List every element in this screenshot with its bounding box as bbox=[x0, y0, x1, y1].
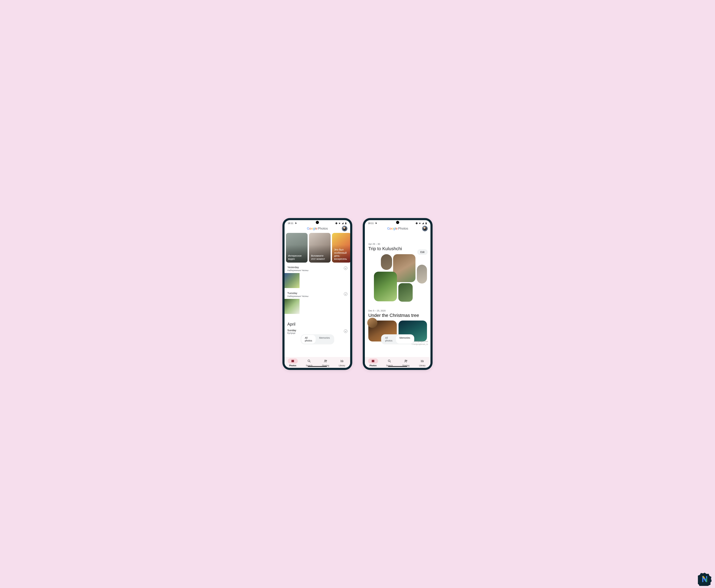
app-bar: GooglePhotos bbox=[365, 225, 430, 233]
vibrate-icon bbox=[335, 222, 338, 225]
collage-photo[interactable] bbox=[417, 265, 427, 284]
nav-search[interactable]: Search bbox=[301, 358, 317, 367]
filter-memories[interactable]: Memories bbox=[316, 335, 333, 343]
collage-photo[interactable] bbox=[381, 254, 392, 270]
section-title: Sunday bbox=[287, 329, 296, 332]
status-time: 18:11 bbox=[368, 222, 374, 225]
battery-icon bbox=[425, 222, 427, 225]
library-icon bbox=[340, 359, 344, 363]
view-filter-toggle[interactable]: All photos Memories bbox=[381, 334, 414, 344]
photo-thumbnail[interactable] bbox=[285, 299, 299, 314]
wifi-icon bbox=[338, 222, 341, 225]
search-icon bbox=[387, 359, 391, 363]
month-header: April bbox=[285, 317, 350, 329]
memory-title: Интересное видео bbox=[288, 254, 306, 260]
collage-photo[interactable] bbox=[374, 272, 397, 301]
gear-icon bbox=[375, 222, 377, 225]
app-logo: GooglePhotos bbox=[307, 227, 328, 230]
memory-date: Dec 5 – 25, 2020 bbox=[365, 309, 430, 313]
signal-icon bbox=[422, 222, 424, 225]
phone-left: 18:11 GooglePhotos bbox=[282, 218, 352, 370]
nav-sharing[interactable]: Sharing bbox=[398, 358, 414, 367]
section-title: Yesterday bbox=[287, 266, 309, 269]
section-subtitle: Кулущи bbox=[287, 332, 296, 334]
gesture-bar[interactable] bbox=[308, 366, 327, 367]
svg-point-0 bbox=[308, 360, 310, 362]
nav-photos[interactable]: Photos bbox=[365, 358, 381, 367]
wifi-icon bbox=[419, 222, 421, 225]
battery-icon bbox=[344, 222, 347, 225]
select-all-icon[interactable] bbox=[344, 292, 348, 296]
phone-right: 18:11 GooglePhotos Edit bbox=[363, 218, 433, 370]
view-filter-toggle[interactable]: All photos Memories bbox=[301, 334, 334, 344]
source-badge-icon bbox=[698, 572, 712, 586]
photo-thumbnail[interactable] bbox=[285, 273, 299, 288]
gesture-bar[interactable] bbox=[388, 366, 407, 367]
nav-sharing[interactable]: Sharing bbox=[317, 358, 334, 367]
nav-label: Photos bbox=[370, 364, 377, 367]
select-all-icon[interactable] bbox=[344, 267, 348, 270]
section-subtitle: Набережные Челны bbox=[287, 269, 309, 272]
memory-title: Вспомните этот момент bbox=[311, 254, 329, 260]
filter-all-photos[interactable]: All photos bbox=[301, 335, 316, 343]
nav-photos[interactable]: Photos bbox=[285, 358, 301, 367]
watermark: t.me/google_nws t.me/googlenws_ru bbox=[412, 340, 428, 345]
memory-title: Это был особенный день: воскресень bbox=[334, 248, 349, 260]
sharing-icon bbox=[404, 359, 408, 363]
camera-cutout bbox=[316, 221, 319, 224]
memories-carousel[interactable]: Интересное видео Вспомните этот момент Э… bbox=[285, 233, 350, 262]
nav-label: Photos bbox=[289, 364, 296, 367]
signal-icon bbox=[341, 222, 344, 225]
filter-memories[interactable]: Memories bbox=[396, 335, 414, 343]
filter-all-photos[interactable]: All photos bbox=[382, 335, 396, 343]
section-subtitle: Набережные Челны bbox=[287, 295, 309, 297]
photos-icon bbox=[291, 359, 295, 363]
select-all-icon[interactable] bbox=[344, 330, 348, 333]
svg-point-3 bbox=[388, 360, 390, 362]
memory-collage[interactable] bbox=[368, 254, 427, 305]
nav-label: Library bbox=[339, 364, 345, 367]
svg-point-1 bbox=[325, 360, 326, 361]
memory-card[interactable]: Интересное видео bbox=[286, 233, 308, 262]
nav-label: Library bbox=[419, 364, 425, 367]
account-avatar[interactable] bbox=[342, 226, 348, 231]
svg-point-4 bbox=[405, 360, 406, 361]
svg-point-2 bbox=[326, 360, 327, 361]
status-time: 18:11 bbox=[288, 222, 293, 225]
svg-point-5 bbox=[406, 360, 407, 361]
collage-photo[interactable] bbox=[367, 318, 377, 328]
edit-button[interactable]: Edit bbox=[417, 249, 428, 255]
memory-card[interactable]: Вспомните этот момент bbox=[309, 233, 331, 262]
nav-library[interactable]: Library bbox=[334, 358, 350, 367]
camera-cutout bbox=[396, 221, 399, 224]
app-logo: GooglePhotos bbox=[387, 227, 408, 230]
section-title: Tuesday bbox=[287, 292, 309, 295]
memory-card[interactable]: Это был особенный день: воскресень bbox=[332, 233, 350, 262]
search-icon bbox=[307, 359, 311, 363]
library-icon bbox=[420, 359, 424, 363]
memory-date: Apr 29 – 30 bbox=[365, 233, 430, 246]
account-avatar[interactable] bbox=[422, 226, 428, 231]
vibrate-icon bbox=[416, 222, 418, 225]
photos-icon bbox=[371, 359, 375, 363]
nav-library[interactable]: Library bbox=[414, 358, 430, 367]
app-bar: GooglePhotos bbox=[285, 225, 350, 233]
sharing-icon bbox=[324, 359, 328, 363]
nav-search[interactable]: Search bbox=[381, 358, 398, 367]
collage-photo[interactable] bbox=[398, 283, 413, 302]
gear-icon bbox=[294, 222, 297, 225]
